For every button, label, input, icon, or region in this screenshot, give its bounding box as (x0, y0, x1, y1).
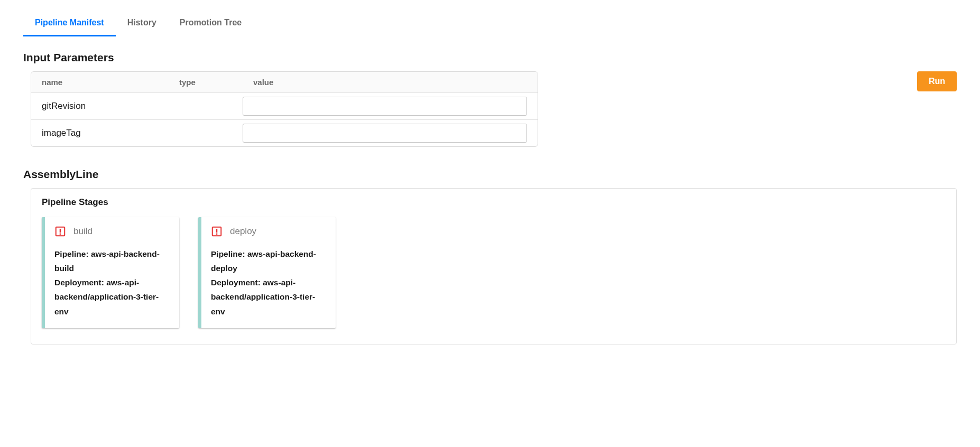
stage-body: Pipeline: aws-api-backend-build Deployme… (54, 247, 170, 319)
param-value-input-imagetag[interactable] (243, 124, 527, 143)
tab-pipeline-manifest[interactable]: Pipeline Manifest (23, 11, 116, 36)
col-name: name (31, 72, 169, 92)
stage-card-deploy[interactable]: deploy Pipeline: aws-api-backend-deploy … (198, 217, 336, 328)
col-value: value (243, 72, 538, 92)
stage-body: Pipeline: aws-api-backend-deploy Deploym… (211, 247, 326, 319)
col-type: type (169, 72, 243, 92)
tab-promotion-tree[interactable]: Promotion Tree (168, 11, 253, 36)
tab-history[interactable]: History (116, 11, 168, 36)
svg-rect-4 (216, 229, 218, 232)
table-header-row: name type value (31, 72, 538, 93)
table-row: gitRevision (31, 93, 538, 120)
pipeline-label: Pipeline: (54, 249, 91, 258)
run-button[interactable]: Run (917, 71, 957, 91)
stage-head: build (54, 226, 170, 237)
pipeline-label: Pipeline: (211, 249, 247, 258)
param-value-input-gitrevision[interactable] (243, 97, 527, 116)
svg-rect-5 (216, 234, 218, 235)
pipeline-stages-title: Pipeline Stages (42, 197, 946, 208)
stage-deployment-line: Deployment: aws-api-backend/application-… (211, 275, 326, 318)
assemblyline-heading: AssemblyLine (23, 168, 957, 181)
svg-rect-1 (60, 229, 61, 232)
param-type (169, 127, 243, 139)
deployment-label: Deployment: (54, 278, 106, 287)
table-row: imageTag (31, 120, 538, 146)
stage-card-build[interactable]: build Pipeline: aws-api-backend-build De… (42, 217, 179, 328)
input-parameters-row: name type value gitRevision imageTag Run (23, 71, 957, 147)
deployment-label: Deployment: (211, 278, 263, 287)
param-type (169, 100, 243, 112)
stage-pipeline-line: Pipeline: aws-api-backend-deploy (211, 247, 326, 275)
tabs-bar: Pipeline Manifest History Promotion Tree (23, 11, 957, 36)
warning-square-icon (211, 226, 223, 237)
assemblyline-box: Pipeline Stages build Pipeline: aws-api-… (31, 188, 957, 344)
stage-head: deploy (211, 226, 326, 237)
param-name: imageTag (31, 122, 169, 144)
param-name: gitRevision (31, 95, 169, 117)
warning-square-icon (54, 226, 66, 237)
stage-name: build (73, 226, 93, 237)
stage-deployment-line: Deployment: aws-api-backend/application-… (54, 275, 170, 318)
stage-name: deploy (230, 226, 256, 237)
param-value-cell (243, 93, 538, 119)
svg-rect-2 (60, 234, 61, 235)
input-parameters-heading: Input Parameters (23, 51, 957, 64)
stage-pipeline-line: Pipeline: aws-api-backend-build (54, 247, 170, 275)
input-parameters-table: name type value gitRevision imageTag (31, 71, 538, 147)
run-area: Run (917, 71, 957, 91)
param-value-cell (243, 120, 538, 146)
stages-row: build Pipeline: aws-api-backend-build De… (42, 217, 946, 328)
